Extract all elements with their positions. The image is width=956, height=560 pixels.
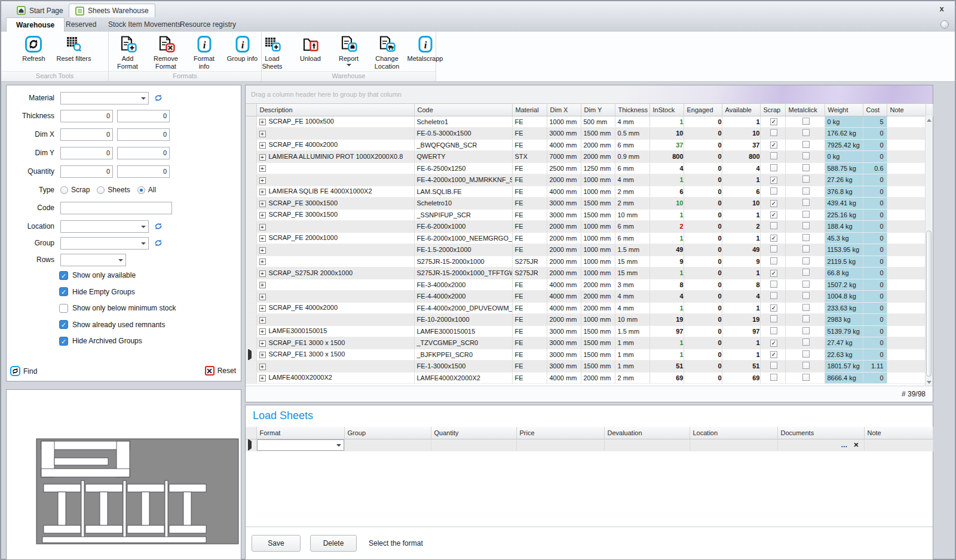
- location-refresh-icon[interactable]: [154, 221, 163, 231]
- table-row[interactable]: S275JR-15-2000x1000S275JR2000 mm1000 mm1…: [246, 256, 933, 267]
- table-row[interactable]: SCRAP_FE 1000x500Scheletro1FE1000 mm500 …: [246, 116, 933, 128]
- expand-plus-icon[interactable]: [259, 340, 266, 347]
- rows-combo[interactable]: [60, 254, 126, 266]
- table-row[interactable]: SCRAP_FE1 3000 x 1500_TZVCGMEP_SCR0FE300…: [246, 337, 933, 349]
- material-combo[interactable]: [60, 92, 149, 104]
- stock-col-thickness[interactable]: Thickness: [615, 104, 649, 116]
- stock-col-scrap[interactable]: Scrap: [760, 104, 785, 116]
- expand-plus-icon[interactable]: [259, 165, 266, 172]
- group-cell[interactable]: [344, 439, 431, 451]
- table-row[interactable]: SCRAP_FE 3000x1500Scheletro10FE3000 mm15…: [246, 198, 933, 210]
- scrap-checkbox[interactable]: ✓: [770, 304, 777, 312]
- expand-plus-icon[interactable]: [259, 142, 266, 149]
- scrap-checkbox[interactable]: [770, 152, 777, 159]
- load-col-location[interactable]: Location: [690, 427, 777, 439]
- scrap-checkbox[interactable]: ✓: [770, 141, 777, 149]
- stock-col-code[interactable]: Code: [414, 104, 512, 116]
- format-info-button[interactable]: i Format info: [186, 35, 223, 71]
- metalclick-checkbox[interactable]: [802, 211, 810, 218]
- checkbox-show-only-below-minimum-stock[interactable]: [59, 304, 68, 313]
- group-by-bar[interactable]: Drag a column header here to group by th…: [246, 85, 933, 104]
- format-combo[interactable]: [257, 439, 344, 451]
- reset-button[interactable]: Reset: [205, 366, 236, 376]
- metalclick-checkbox[interactable]: [802, 245, 810, 253]
- stock-col-available[interactable]: Available: [722, 104, 760, 116]
- expand-plus-icon[interactable]: [259, 189, 266, 195]
- scrollbar-thumb[interactable]: [926, 230, 932, 377]
- table-row[interactable]: FE-0.5-3000x1500FE3000 mm1500 mm0.5 mm10…: [246, 128, 933, 140]
- change-location-button[interactable]: Change Location: [369, 35, 406, 71]
- metalclick-checkbox[interactable]: [802, 292, 810, 299]
- ribbon-tab-resource-registry[interactable]: Resource registry: [170, 17, 246, 32]
- metalclick-checkbox[interactable]: [802, 315, 810, 322]
- metalclick-checkbox[interactable]: [802, 234, 810, 241]
- expand-plus-icon[interactable]: [259, 294, 266, 300]
- add-format-button[interactable]: Add Format: [109, 35, 146, 71]
- expand-plus-icon[interactable]: [259, 317, 266, 324]
- quantity-cell[interactable]: [431, 439, 516, 451]
- expand-plus-icon[interactable]: [259, 212, 266, 219]
- expand-plus-icon[interactable]: [259, 201, 266, 207]
- metalclick-checkbox[interactable]: [802, 118, 810, 125]
- tab-sheets-warehouse[interactable]: Sheets Warehouse: [69, 4, 155, 17]
- checkbox-show-only-available[interactable]: ✓: [59, 271, 68, 280]
- scrap-checkbox[interactable]: ✓: [770, 200, 777, 207]
- expand-plus-icon[interactable]: [259, 375, 266, 381]
- expand-plus-icon[interactable]: [259, 119, 266, 125]
- metalclick-checkbox[interactable]: [802, 304, 810, 311]
- documents-browse-button[interactable]: …: [841, 441, 847, 448]
- scrap-checkbox[interactable]: ✓: [770, 177, 777, 184]
- table-row[interactable]: FE-1-3000x1500FE3000 mm1500 mm1 mm510511…: [246, 361, 933, 373]
- table-row[interactable]: LAMIERA SQLIB FE 4000X1000X2LAM.SQLIB.FE…: [246, 186, 933, 198]
- table-row[interactable]: LAMIERA ALLUMINIO PROT 1000X2000X0.8QWER…: [246, 151, 933, 163]
- load-col-documents[interactable]: Documents: [777, 427, 864, 439]
- scrap-checkbox[interactable]: [770, 222, 777, 229]
- expand-plus-icon[interactable]: [259, 235, 266, 242]
- expand-plus-icon[interactable]: [259, 154, 266, 161]
- stock-col-metalclick[interactable]: Metalclick: [785, 104, 825, 116]
- expand-plus-icon[interactable]: [259, 177, 266, 184]
- scrap-checkbox[interactable]: ✓: [770, 270, 777, 277]
- thickness-min-input[interactable]: 0: [60, 110, 113, 122]
- expand-plus-icon[interactable]: [259, 270, 266, 277]
- stock-col-dim-y[interactable]: Dim Y: [581, 104, 615, 116]
- reset-filters-button[interactable]: Reset filters: [53, 35, 94, 63]
- code-input[interactable]: [60, 202, 172, 214]
- load-col-group[interactable]: Group: [344, 427, 431, 439]
- metalclick-checkbox[interactable]: [802, 176, 810, 183]
- dim-y-min-input[interactable]: 0: [60, 147, 113, 159]
- metalclick-checkbox[interactable]: [802, 141, 810, 148]
- expand-plus-icon[interactable]: [259, 328, 266, 335]
- table-row[interactable]: SCRAP_FE1 3000 x 1500_BJFKPPEI_SCR0FE300…: [246, 349, 933, 361]
- stock-col-material[interactable]: Material: [512, 104, 547, 116]
- metalclick-checkbox[interactable]: [802, 362, 810, 369]
- refresh-button[interactable]: Refresh: [15, 35, 52, 63]
- expand-plus-icon[interactable]: [259, 131, 266, 137]
- scrap-checkbox[interactable]: [770, 327, 777, 334]
- metalclick-checkbox[interactable]: [802, 187, 810, 195]
- metalclick-checkbox[interactable]: [802, 269, 810, 276]
- table-row[interactable]: SCRAP_S275JR 2000x1000S275JR-15-2000x100…: [246, 267, 933, 279]
- metalclick-checkbox[interactable]: [802, 281, 810, 288]
- load-col-format[interactable]: Format: [256, 427, 344, 439]
- load-col-price[interactable]: Price: [516, 427, 604, 439]
- price-cell[interactable]: [516, 439, 604, 451]
- scroll-down-icon[interactable]: [927, 381, 932, 384]
- devaluation-cell[interactable]: [604, 439, 690, 451]
- metalclick-checkbox[interactable]: [802, 199, 810, 206]
- table-row[interactable]: FE-10-2000x1000FE2000 mm1000 mm10 mm1901…: [246, 314, 933, 326]
- metalclick-checkbox[interactable]: [802, 327, 810, 334]
- scrap-checkbox[interactable]: [770, 245, 777, 253]
- table-row[interactable]: SCRAP_FE 4000x2000_BWQFQGNB_SCRFE4000 mm…: [246, 139, 933, 151]
- stock-col-weight[interactable]: Weight: [825, 104, 863, 116]
- delete-button[interactable]: Delete: [310, 535, 357, 552]
- metalclick-checkbox[interactable]: [802, 129, 810, 136]
- metalclick-checkbox[interactable]: [802, 339, 810, 346]
- remove-format-button[interactable]: Remove Format: [148, 35, 185, 71]
- scrap-checkbox[interactable]: ✓: [770, 235, 777, 242]
- dim-x-min-input[interactable]: 0: [60, 128, 113, 141]
- scroll-up-icon[interactable]: [927, 119, 932, 122]
- load-col-quantity[interactable]: Quantity: [431, 427, 516, 439]
- scrap-checkbox[interactable]: [770, 257, 777, 264]
- close-icon[interactable]: x: [937, 4, 946, 14]
